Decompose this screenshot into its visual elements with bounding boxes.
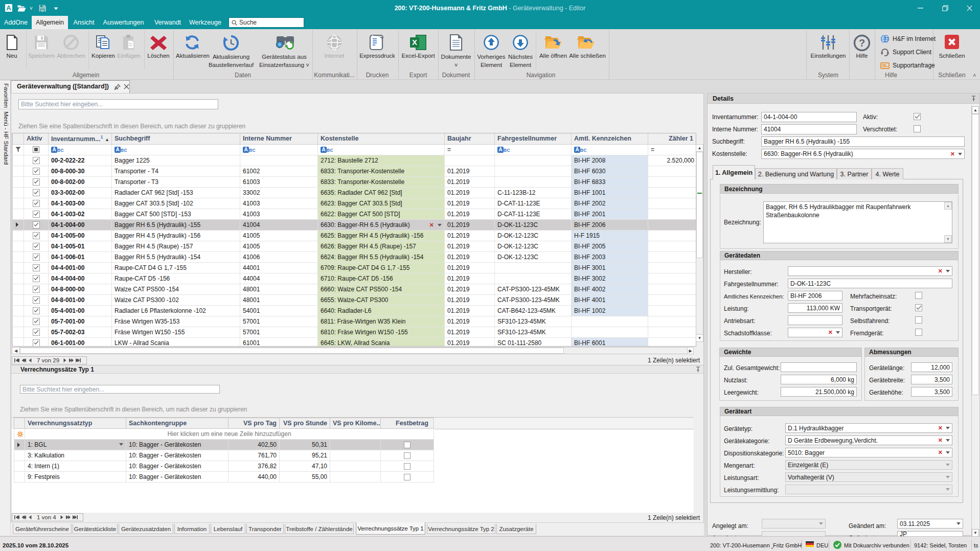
svg-text:X: X xyxy=(412,38,417,47)
svg-text:?: ? xyxy=(859,37,865,49)
